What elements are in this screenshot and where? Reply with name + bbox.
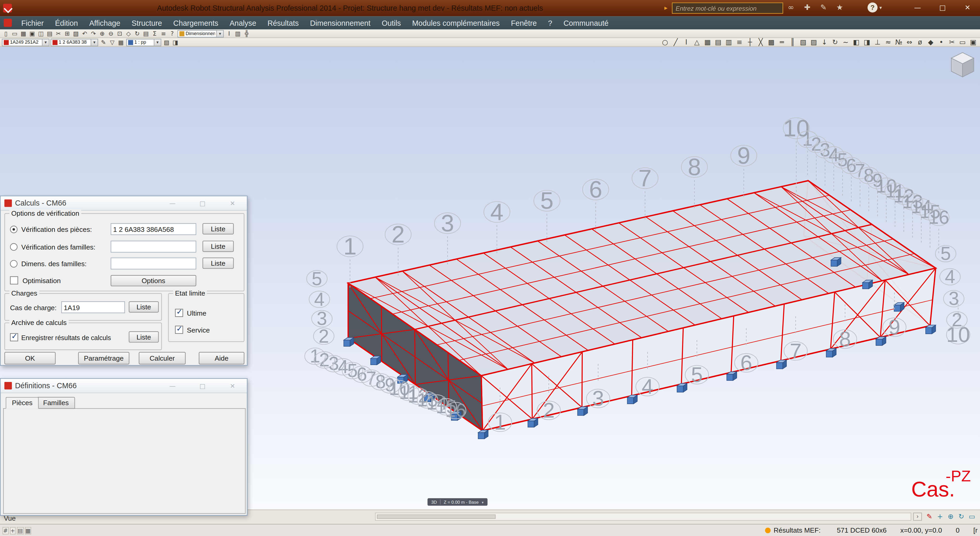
scroll-right-button[interactable]: › (913, 512, 922, 521)
reactions-icon[interactable]: ⊥ (873, 38, 883, 46)
design-icon[interactable]: ▣ (968, 38, 978, 46)
mesh-icon[interactable]: ▨ (809, 38, 819, 46)
new-project-icon[interactable]: ▯ (2, 30, 10, 37)
favorites-star-icon[interactable]: ★ (835, 3, 845, 13)
options-button[interactable]: Options (111, 275, 196, 286)
deformation-icon[interactable]: ≈ (883, 38, 893, 46)
walls-icon[interactable]: ▥ (724, 38, 733, 46)
help-button[interactable]: ? ▾ (868, 3, 882, 13)
print-preview-icon[interactable]: ◫ (37, 30, 45, 37)
familles-list-field[interactable] (111, 241, 196, 253)
menu-fenetre[interactable]: Fenêtre (505, 19, 542, 27)
search-binoculars-icon[interactable]: ∞ (786, 3, 795, 13)
maximize-button[interactable]: □ (193, 382, 212, 389)
bolt-icon[interactable]: • (936, 38, 946, 46)
stories-icon[interactable]: ≡ (734, 38, 744, 46)
bars-icon[interactable]: ╱ (671, 38, 681, 46)
menu-structure[interactable]: Structure (126, 19, 167, 27)
open-project-icon[interactable]: ▭ (11, 30, 19, 37)
combo-arrow-icon[interactable]: ▾ (154, 39, 161, 45)
dimens-liste-button[interactable]: Liste (202, 258, 234, 269)
aide-button[interactable]: Aide (199, 352, 244, 364)
load-icon[interactable]: ↓ (819, 38, 829, 46)
menu-modules-complementaires[interactable]: Modules complémentaires (407, 19, 506, 27)
menu-aide[interactable]: ? (542, 19, 558, 27)
view-navigation-bar[interactable]: 3D Z = 0.00 m - Base ▾ (428, 498, 487, 506)
section-cut-icon[interactable]: ✂ (947, 38, 957, 46)
filter-icon[interactable]: ▽ (108, 38, 116, 46)
view-mode-icon[interactable]: ▦ (25, 527, 31, 534)
grid-icon[interactable]: ▦ (702, 38, 712, 46)
design-module-combo[interactable]: Dimensionnement acier/a ▾ (177, 30, 224, 37)
menu-resultats[interactable]: Résultats (262, 19, 304, 27)
pan-icon[interactable]: + (936, 512, 945, 522)
charges-liste-button[interactable]: Liste (129, 301, 159, 312)
undo-icon[interactable]: ↶ (81, 30, 89, 37)
view-plane-label[interactable]: Z = 0.00 m - Base (444, 500, 479, 504)
copy-icon[interactable]: ⊞ (63, 30, 71, 37)
combo-arrow-icon[interactable]: ▾ (216, 30, 223, 37)
numbers-icon[interactable]: № (894, 38, 904, 46)
tables-icon[interactable]: ▤ (142, 30, 150, 37)
plate-icon[interactable]: ▧ (798, 38, 808, 46)
minimize-button[interactable]: — (163, 382, 182, 389)
minimize-button[interactable]: — (905, 0, 930, 16)
chevron-down-icon[interactable]: ▾ (482, 500, 484, 504)
pieces-liste-button[interactable]: Liste (202, 223, 234, 234)
load-case-combo[interactable]: 1 : pp ▾ (126, 38, 161, 46)
horizontal-scrollbar[interactable] (375, 512, 911, 521)
grid-icon[interactable]: ▤ (17, 527, 24, 534)
close-button[interactable]: ✕ (955, 0, 980, 16)
keyword-search-input[interactable] (672, 3, 783, 14)
edit-selection-icon[interactable]: ✎ (99, 38, 107, 46)
calculs-dialog-titlebar[interactable]: Calculs - CM66 — □ ✕ (0, 196, 247, 210)
menu-affichage[interactable]: Affichage (84, 19, 126, 27)
column-icon[interactable]: ║ (788, 38, 797, 46)
maximize-button[interactable]: □ (193, 200, 212, 207)
sections-icon[interactable]: I (681, 38, 691, 46)
enregistrer-resultats-checkbox[interactable] (10, 333, 18, 341)
member-selection-combo[interactable]: 1 2 6A383 38 ▾ (51, 38, 98, 46)
dimension-icon[interactable]: ⇔ (904, 38, 914, 46)
subscription-icon[interactable]: ✚ (803, 3, 812, 13)
nodes-icon[interactable]: ○ (660, 38, 670, 46)
pieces-list-field[interactable]: 1 2 6A383 386A568 (111, 223, 196, 235)
menu-analyse[interactable]: Analyse (224, 19, 262, 27)
weld-icon[interactable]: ◆ (926, 38, 935, 46)
display-attributes-icon[interactable]: ▧ (162, 38, 171, 46)
frame-icon[interactable]: ▩ (766, 38, 776, 46)
beam-icon[interactable]: ═ (777, 38, 787, 46)
calculator-icon[interactable]: Σ (151, 30, 159, 37)
screen-icon[interactable]: ▭ (967, 512, 976, 522)
minimize-button[interactable]: — (163, 200, 182, 207)
scrollbar-thumb[interactable] (377, 514, 496, 519)
preferences-icon[interactable]: ≡ (159, 30, 167, 37)
help-icon[interactable]: ? (168, 30, 176, 37)
print-icon[interactable]: ▣ (28, 30, 36, 37)
map-icon[interactable]: ◨ (862, 38, 872, 46)
maximize-button[interactable]: □ (930, 0, 955, 16)
steel-design-icon[interactable]: I (225, 30, 233, 37)
save-icon[interactable]: ▦ (19, 30, 27, 37)
verification-pieces-radio[interactable] (10, 226, 18, 233)
verification-familles-radio[interactable] (10, 243, 18, 251)
stress-icon[interactable]: ◧ (851, 38, 861, 46)
view-3d-icon[interactable]: ◇ (124, 30, 132, 37)
bracing-icon[interactable]: ╳ (756, 38, 766, 46)
zoom-window-icon[interactable]: ⊡ (116, 30, 124, 37)
ultime-checkbox[interactable] (175, 309, 183, 317)
menu-outils[interactable]: Outils (376, 19, 407, 27)
axis-icon[interactable]: + (10, 527, 16, 534)
panels-icon[interactable]: ▤ (713, 38, 723, 46)
axes-icon[interactable]: ┼ (745, 38, 755, 46)
refresh-icon[interactable]: ↻ (133, 30, 141, 37)
service-checkbox[interactable] (175, 326, 183, 334)
menu-edition[interactable]: Édition (49, 19, 84, 27)
supports-icon[interactable]: △ (692, 38, 702, 46)
help-icon[interactable]: ? (868, 3, 878, 13)
layers-icon[interactable]: ◨ (171, 38, 179, 46)
moment-icon[interactable]: ↻ (830, 38, 840, 46)
bar-selection-combo[interactable]: 1A249 251A2 ▾ (2, 38, 49, 46)
selection-table-icon[interactable]: ▦ (117, 38, 125, 46)
menu-dimensionnement[interactable]: Dimensionnement (304, 19, 376, 27)
